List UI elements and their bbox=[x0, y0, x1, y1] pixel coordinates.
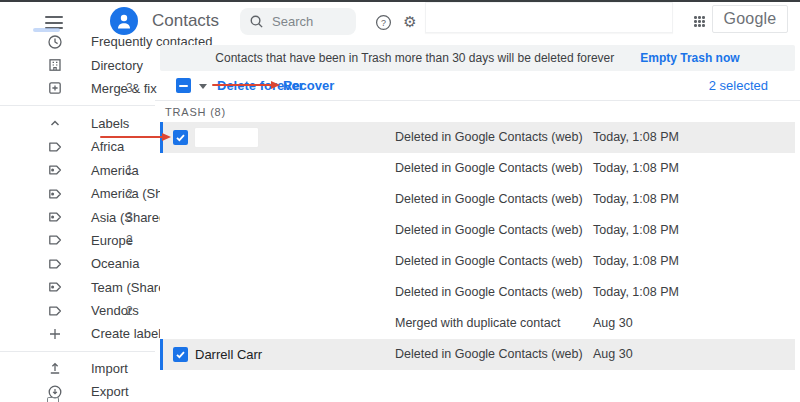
trash-banner: Contacts that have been in Trash more th… bbox=[160, 45, 795, 71]
label-name: Oceania bbox=[91, 256, 139, 271]
main-content: Contacts that have been in Trash more th… bbox=[155, 42, 800, 370]
labels-list: Africa America 1 America (Shared) 2 Asia… bbox=[0, 135, 155, 322]
sidebar-item-import[interactable]: Import bbox=[0, 357, 155, 380]
label-tag-icon bbox=[47, 232, 63, 248]
label-count: 2 bbox=[126, 187, 133, 201]
label-count: 3 bbox=[126, 210, 133, 224]
sidebar: Frequently contacted Directory Merge & f… bbox=[0, 30, 155, 402]
sidebar-label-item[interactable]: Oceania bbox=[0, 252, 155, 275]
directory-icon bbox=[47, 57, 63, 73]
table-row[interactable]: Darrell Carr Deleted in Google Contacts … bbox=[160, 339, 795, 370]
label-count: 2 bbox=[126, 233, 133, 247]
shared-label-icon bbox=[47, 186, 63, 202]
row-detail: Merged with duplicate contact bbox=[395, 308, 560, 339]
chevron-down-icon[interactable] bbox=[199, 84, 207, 89]
row-date: Aug 30 bbox=[593, 339, 633, 370]
sidebar-item-directory[interactable]: Directory bbox=[0, 53, 155, 76]
table-row[interactable]: Merged with duplicate contact Aug 30 bbox=[160, 308, 795, 339]
apps-grid-icon[interactable] bbox=[688, 10, 712, 34]
trash-banner-message: Contacts that have been in Trash more th… bbox=[215, 51, 614, 65]
trash-section-label: TRASH (8) bbox=[155, 101, 800, 122]
row-date: Today, 1:08 PM bbox=[593, 277, 679, 308]
table-row[interactable]: Deleted in Google Contacts (web) Today, … bbox=[160, 153, 795, 184]
table-row[interactable]: Deleted in Google Contacts (web) Today, … bbox=[160, 184, 795, 215]
selected-row-indicator bbox=[160, 339, 163, 370]
label-tag-icon bbox=[47, 256, 63, 272]
table-row[interactable]: Deleted in Google Contacts (web) Today, … bbox=[160, 246, 795, 277]
row-detail: Deleted in Google Contacts (web) bbox=[395, 184, 583, 215]
row-date: Aug 30 bbox=[593, 308, 633, 339]
sidebar-item-frequently-contacted[interactable]: Frequently contacted bbox=[0, 30, 155, 53]
row-detail: Deleted in Google Contacts (web) bbox=[395, 122, 583, 153]
app-title: Contacts bbox=[152, 11, 219, 31]
label-name: Africa bbox=[91, 139, 124, 154]
search-input[interactable]: Search bbox=[240, 8, 356, 35]
shared-label-icon bbox=[47, 279, 63, 295]
sidebar-label-item[interactable]: Africa bbox=[0, 135, 155, 158]
row-detail: Deleted in Google Contacts (web) bbox=[395, 246, 583, 277]
divider bbox=[0, 351, 155, 352]
partial-sidebar-item bbox=[47, 397, 59, 402]
search-placeholder: Search bbox=[272, 14, 313, 29]
empty-trash-now-link[interactable]: Empty Trash now bbox=[640, 51, 739, 65]
table-row[interactable]: Deleted in Google Contacts (web) Today, … bbox=[160, 122, 795, 153]
row-detail: Deleted in Google Contacts (web) bbox=[395, 153, 583, 184]
labels-section-header[interactable]: Labels bbox=[0, 111, 155, 135]
gear-icon[interactable]: ⚙ bbox=[398, 10, 422, 34]
sidebar-item-export[interactable]: Export bbox=[0, 380, 155, 402]
annotation-arrow-recover bbox=[212, 84, 272, 86]
shared-label-icon bbox=[47, 209, 63, 225]
label-tag-icon bbox=[47, 139, 63, 155]
label-tag-icon bbox=[47, 303, 63, 319]
sidebar-item-merge-fix[interactable]: Merge & fix 3 bbox=[0, 77, 155, 100]
row-detail: Deleted in Google Contacts (web) bbox=[395, 215, 583, 246]
magnifier-icon bbox=[249, 14, 264, 29]
chevron-up-icon bbox=[47, 115, 63, 131]
plus-icon bbox=[47, 326, 63, 342]
table-row[interactable]: Deleted in Google Contacts (web) Today, … bbox=[160, 277, 795, 308]
sidebar-label-item[interactable]: Europe 2 bbox=[0, 229, 155, 252]
row-detail: Deleted in Google Contacts (web) bbox=[395, 339, 583, 370]
check-icon bbox=[175, 132, 186, 143]
table-row[interactable]: Deleted in Google Contacts (web) Today, … bbox=[160, 215, 795, 246]
sidebar-label-item[interactable]: Vendors 2 bbox=[0, 299, 155, 322]
shared-label-icon bbox=[47, 162, 63, 178]
row-checkbox[interactable] bbox=[173, 347, 188, 362]
row-date: Today, 1:08 PM bbox=[593, 246, 679, 277]
sidebar-label-item[interactable]: America 1 bbox=[0, 159, 155, 182]
sidebar-label-item[interactable]: Team (Shared) bbox=[0, 276, 155, 299]
row-checkbox[interactable] bbox=[173, 130, 188, 145]
recover-button[interactable]: Recover bbox=[283, 78, 334, 93]
sidebar-label-item[interactable]: America (Shared) 2 bbox=[0, 182, 155, 205]
row-detail: Deleted in Google Contacts (web) bbox=[395, 277, 583, 308]
svg-text:?: ? bbox=[381, 17, 386, 27]
contact-name: Darrell Carr bbox=[195, 339, 262, 370]
item-count: 3 bbox=[126, 81, 133, 95]
label-count: 2 bbox=[126, 304, 133, 318]
check-icon bbox=[175, 349, 186, 360]
window-top-edge bbox=[0, 0, 800, 2]
row-date: Today, 1:08 PM bbox=[593, 184, 679, 215]
sidebar-label-item[interactable]: Asia (Shared) 3 bbox=[0, 205, 155, 228]
import-icon bbox=[47, 360, 63, 376]
redaction-overlay bbox=[195, 128, 258, 147]
selected-count: 2 selected bbox=[709, 78, 768, 93]
sidebar-item-create-label[interactable]: Create label bbox=[0, 322, 155, 345]
help-icon[interactable]: ? bbox=[371, 10, 395, 34]
google-logo: Google bbox=[712, 5, 788, 33]
merge-fix-icon bbox=[47, 80, 63, 96]
annotation-arrow-first-row bbox=[100, 136, 163, 138]
history-icon bbox=[47, 34, 63, 50]
select-all-checkbox[interactable] bbox=[176, 78, 191, 93]
row-date: Today, 1:08 PM bbox=[593, 153, 679, 184]
row-date: Today, 1:08 PM bbox=[593, 122, 679, 153]
divider bbox=[0, 105, 155, 106]
redaction-overlay bbox=[425, 2, 673, 33]
trash-list: Deleted in Google Contacts (web) Today, … bbox=[160, 122, 795, 370]
row-date: Today, 1:08 PM bbox=[593, 215, 679, 246]
label-count: 1 bbox=[126, 163, 133, 177]
